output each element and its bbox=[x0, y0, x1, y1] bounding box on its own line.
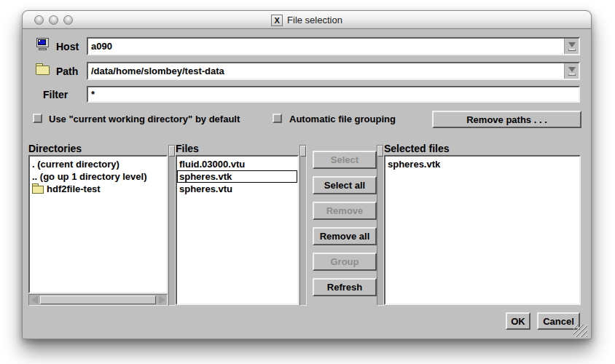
group-button[interactable]: Group bbox=[313, 253, 377, 271]
scroll-right-icon[interactable] bbox=[157, 295, 167, 305]
scrollbar-thumb[interactable] bbox=[377, 146, 383, 157]
window-title: File selection bbox=[287, 15, 342, 25]
path-label: Path bbox=[56, 66, 78, 77]
scrollbar-thumb[interactable] bbox=[40, 296, 156, 304]
directory-item[interactable]: .. (go up 1 directory level) bbox=[30, 170, 166, 183]
directories-horizontal-scrollbar[interactable] bbox=[28, 294, 168, 306]
filter-label: Filter bbox=[43, 89, 68, 100]
host-value[interactable]: a090 bbox=[88, 41, 564, 52]
file-item-selected[interactable]: spheres.vtk bbox=[177, 170, 297, 183]
ok-button[interactable]: OK bbox=[506, 312, 530, 330]
select-all-button[interactable]: Select all bbox=[313, 176, 377, 194]
auto-grouping-checkbox[interactable] bbox=[273, 114, 282, 123]
folder-icon bbox=[32, 186, 44, 194]
files-list[interactable]: fluid.03000.vtu spheres.vtk spheres.vtu bbox=[176, 155, 299, 305]
selected-file-item[interactable]: spheres.vtk bbox=[385, 158, 579, 170]
path-input[interactable]: /data/home/slombey/test-data bbox=[87, 62, 580, 80]
refresh-button[interactable]: Refresh bbox=[313, 278, 377, 296]
file-selection-dialog: X File selection Host a090 Path /data/ho… bbox=[22, 10, 592, 339]
host-dropdown-icon[interactable] bbox=[564, 39, 579, 54]
host-input[interactable]: a090 bbox=[87, 37, 580, 55]
selected-files-vertical-scrollbar[interactable] bbox=[377, 145, 384, 306]
host-label: Host bbox=[56, 41, 79, 52]
scrollbar-thumb[interactable] bbox=[300, 146, 306, 157]
select-button[interactable]: Select bbox=[313, 151, 377, 169]
filter-input[interactable]: * bbox=[87, 86, 580, 103]
directory-item[interactable]: . (current directory) bbox=[30, 158, 166, 170]
file-item[interactable]: fluid.03000.vtu bbox=[177, 158, 297, 170]
directories-list[interactable]: . (current directory) .. (go up 1 direct… bbox=[28, 155, 168, 293]
folder-icon bbox=[36, 66, 50, 75]
scrollbar-thumb[interactable] bbox=[169, 146, 175, 157]
auto-grouping-checkbox-label[interactable]: Automatic file grouping bbox=[289, 114, 396, 124]
remove-paths-button[interactable]: Remove paths . . . bbox=[432, 111, 581, 128]
computer-icon bbox=[36, 38, 50, 52]
directory-item[interactable]: hdf2file-test bbox=[30, 183, 166, 195]
directories-vertical-scrollbar[interactable] bbox=[168, 145, 176, 306]
remove-button[interactable]: Remove bbox=[313, 202, 377, 220]
files-header: Files bbox=[176, 143, 199, 154]
path-value[interactable]: /data/home/slombey/test-data bbox=[88, 66, 564, 76]
selected-files-list[interactable]: spheres.vtk bbox=[384, 155, 581, 305]
selected-files-header: Selected files bbox=[384, 143, 450, 154]
files-vertical-scrollbar[interactable] bbox=[299, 145, 307, 306]
remove-all-button[interactable]: Remove all bbox=[313, 227, 377, 245]
resize-grip-icon[interactable] bbox=[573, 325, 587, 337]
file-item[interactable]: spheres.vtu bbox=[177, 183, 297, 195]
title-group: X File selection bbox=[23, 11, 591, 29]
path-dropdown-icon[interactable] bbox=[564, 63, 579, 79]
filter-value[interactable]: * bbox=[88, 89, 579, 100]
directories-header: Directories bbox=[28, 143, 82, 154]
cwd-checkbox-label[interactable]: Use "current working directory" by defau… bbox=[49, 114, 240, 124]
cwd-checkbox[interactable] bbox=[33, 114, 42, 123]
scroll-left-icon[interactable] bbox=[29, 295, 39, 305]
x11-app-icon: X bbox=[271, 15, 283, 26]
titlebar[interactable]: X File selection bbox=[23, 11, 591, 29]
